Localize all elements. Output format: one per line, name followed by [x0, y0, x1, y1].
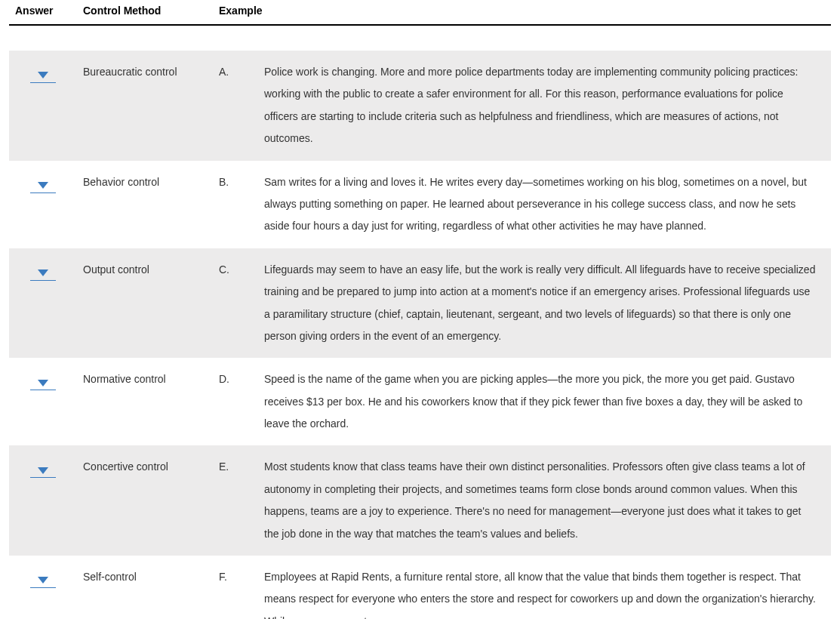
svg-marker-3 [38, 380, 48, 386]
answer-cell [9, 51, 77, 161]
table-header-row: Answer Control Method Example [9, 0, 831, 25]
answer-cell [9, 556, 77, 619]
answer-cell [9, 248, 77, 359]
example-letter-cell: B. [213, 161, 258, 248]
table-row: Normative controlD.Speed is the name of … [9, 358, 831, 445]
matching-table: Answer Control Method Example Bureaucrat… [0, 0, 840, 619]
chevron-down-icon [38, 266, 48, 279]
header-answer: Answer [9, 0, 77, 25]
table-row: Bureaucratic controlA.Police work is cha… [9, 51, 831, 161]
chevron-down-icon [38, 69, 48, 81]
control-method-cell: Behavior control [77, 161, 213, 248]
example-letter-cell: A. [213, 51, 258, 161]
control-method-cell: Bureaucratic control [77, 51, 213, 161]
example-text-cell: Police work is changing. More and more p… [258, 51, 831, 161]
answer-dropdown[interactable] [30, 464, 56, 478]
svg-marker-0 [38, 72, 48, 79]
example-text-cell: Lifeguards may seem to have an easy life… [258, 248, 831, 359]
header-example-blank [258, 0, 831, 25]
table-row: Self-controlF.Employees at Rapid Rents, … [9, 556, 831, 619]
chevron-down-icon [38, 574, 48, 586]
answer-dropdown[interactable] [30, 69, 56, 83]
answer-dropdown[interactable] [30, 377, 56, 390]
control-method-cell: Self-control [77, 556, 213, 619]
svg-marker-1 [38, 182, 48, 189]
answer-dropdown[interactable] [30, 574, 56, 588]
table-row: Output controlC.Lifeguards may seem to h… [9, 248, 831, 359]
example-letter-cell: E. [213, 445, 258, 556]
header-example: Example [213, 0, 258, 25]
example-letter-cell: C. [213, 248, 258, 359]
svg-marker-5 [38, 577, 48, 584]
example-letter-cell: D. [213, 358, 258, 445]
svg-marker-2 [38, 269, 48, 276]
control-method-cell: Normative control [77, 358, 213, 445]
example-text-cell: Sam writes for a living and loves it. He… [258, 161, 831, 248]
example-text-cell: Speed is the name of the game when you a… [258, 358, 831, 445]
answer-dropdown[interactable] [30, 180, 56, 193]
chevron-down-icon [38, 179, 48, 191]
example-text-cell: Employees at Rapid Rents, a furniture re… [258, 556, 831, 619]
chevron-down-icon [38, 376, 48, 388]
answer-dropdown[interactable] [30, 267, 56, 281]
table-row: Concertive controlE.Most students know t… [9, 445, 831, 556]
example-letter-cell: F. [213, 556, 258, 619]
svg-marker-4 [38, 467, 48, 474]
control-method-cell: Output control [77, 248, 213, 359]
chevron-down-icon [38, 463, 48, 476]
answer-cell [9, 445, 77, 556]
header-method: Control Method [77, 0, 213, 25]
table-row: Behavior controlB.Sam writes for a livin… [9, 161, 831, 248]
control-method-cell: Concertive control [77, 445, 213, 556]
answer-cell [9, 161, 77, 248]
answer-cell [9, 358, 77, 445]
example-text-cell: Most students know that class teams have… [258, 445, 831, 556]
